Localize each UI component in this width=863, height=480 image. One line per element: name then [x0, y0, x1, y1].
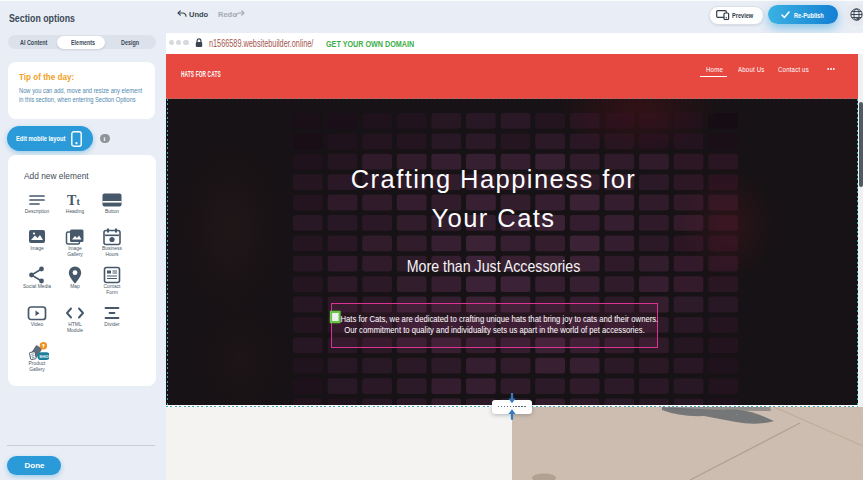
svg-text:T: T [67, 193, 77, 208]
svg-text:t: t [76, 196, 80, 207]
svg-text:SHOP: SHOP [39, 354, 49, 359]
